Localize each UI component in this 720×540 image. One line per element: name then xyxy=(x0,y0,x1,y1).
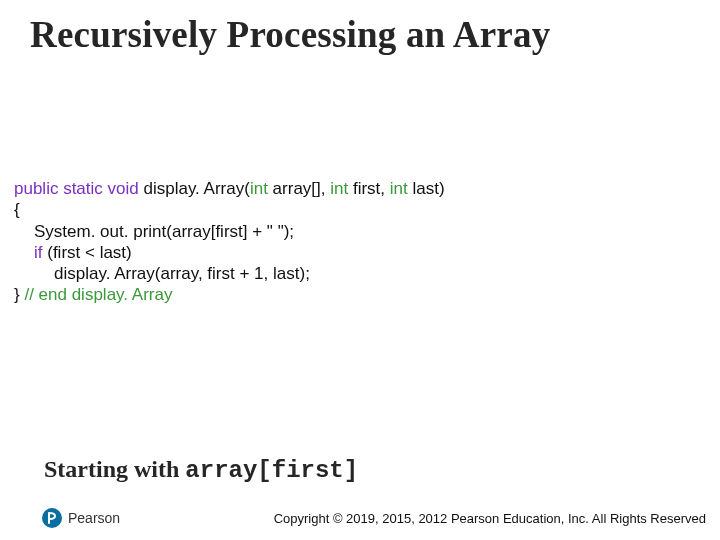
code-text: first, xyxy=(348,179,390,198)
code-type: int xyxy=(250,179,268,198)
code-line: display. Array(array, first + 1, last); xyxy=(54,264,310,283)
slide-title: Recursively Processing an Array xyxy=(30,14,700,57)
code-keyword: if xyxy=(34,243,43,262)
code-line: System. out. print(array[first] + " "); xyxy=(34,222,294,241)
code-brace: } xyxy=(14,285,24,304)
code-type: int xyxy=(390,179,408,198)
code-text: (first < last) xyxy=(43,243,132,262)
code-type: int xyxy=(330,179,348,198)
code-comment: // end display. Array xyxy=(24,285,172,304)
code-listing: public static void display. Array(int ar… xyxy=(14,178,700,306)
code-keyword: public static void xyxy=(14,179,139,198)
code-brace: { xyxy=(14,200,20,219)
copyright-text: Copyright © 2019, 2015, 2012 Pearson Edu… xyxy=(14,511,706,526)
subtitle-code: array[first] xyxy=(185,457,358,484)
slide-subtitle: Starting with array[first] xyxy=(44,456,358,484)
code-text: last) xyxy=(408,179,445,198)
subtitle-prefix: Starting with xyxy=(44,456,185,482)
code-text: display. Array( xyxy=(139,179,250,198)
slide: Recursively Processing an Array public s… xyxy=(0,0,720,540)
code-text: array[], xyxy=(268,179,330,198)
